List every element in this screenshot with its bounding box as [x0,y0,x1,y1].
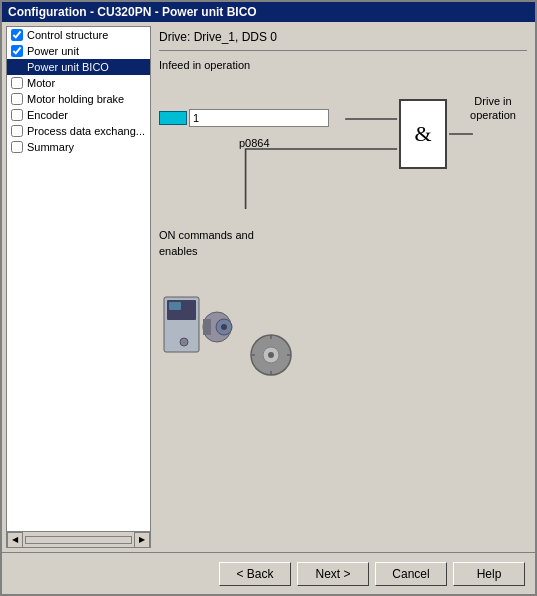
and-gate: & [399,99,447,169]
sidebar-label-process-data: Process data exchang... [27,125,145,137]
encoder-icon [243,317,298,377]
diagram-canvas: p0864 & Drive inoperation ON commands an… [159,79,527,279]
sidebar-item-motor-holding-brake[interactable]: Motor holding brake [7,91,150,107]
svg-rect-4 [169,302,181,310]
drive-unit-icon [159,287,239,377]
main-window: Configuration - CU320PN - Power unit BIC… [0,0,537,596]
input-row [159,109,329,127]
sidebar-label-power-unit-bico: Power unit BICO [27,61,109,73]
main-panel: Drive: Drive_1, DDS 0 Infeed in operatio… [151,22,535,552]
sidebar-checkbox-motor[interactable] [11,77,23,89]
content-area: Control structurePower unitPower unit BI… [2,22,535,552]
svg-point-5 [180,338,188,346]
sidebar-label-motor-holding-brake: Motor holding brake [27,93,124,105]
next-button[interactable]: Next > [297,562,369,586]
back-button[interactable]: < Back [219,562,291,586]
drive-op-text: Drive inoperation [470,95,516,121]
sidebar-checkbox-motor-holding-brake[interactable] [11,93,23,105]
window-title: Configuration - CU320PN - Power unit BIC… [8,5,257,19]
images-area [159,283,527,381]
title-bar: Configuration - CU320PN - Power unit BIC… [2,2,535,22]
sidebar-label-control-structure: Control structure [27,29,108,41]
svg-point-12 [268,352,274,358]
sidebar-item-motor[interactable]: Motor [7,75,150,91]
sidebar-checkbox-power-unit[interactable] [11,45,23,57]
sidebar-checkbox-control-structure[interactable] [11,29,23,41]
drive-header: Drive: Drive_1, DDS 0 [159,30,527,44]
sidebar: Control structurePower unitPower unit BI… [6,26,151,548]
sidebar-label-summary: Summary [27,141,74,153]
and-symbol: & [414,121,431,147]
scroll-left-btn[interactable]: ◀ [7,532,23,548]
sidebar-scrollbar: ◀ ▶ [7,531,150,547]
scrollbar-track [25,536,132,544]
sidebar-checkbox-process-data[interactable] [11,125,23,137]
bico-input[interactable] [189,109,329,127]
on-commands-text: ON commands andenables [159,229,254,256]
sidebar-label-motor: Motor [27,77,55,89]
drive-in-operation-label: Drive inoperation [463,94,523,123]
svg-rect-7 [203,319,211,335]
sidebar-checkbox-summary[interactable] [11,141,23,153]
p0864-label: p0864 [239,137,270,149]
sidebar-item-summary[interactable]: Summary [7,139,150,155]
infeed-label: Infeed in operation [159,59,527,71]
sidebar-item-process-data[interactable]: Process data exchang... [7,123,150,139]
teal-indicator [159,111,187,125]
on-commands-label: ON commands andenables [159,228,254,259]
header-divider [159,50,527,51]
diagram-area: Infeed in operation p0864 & Drive inope [159,59,527,544]
sidebar-item-control-structure[interactable]: Control structure [7,27,150,43]
sidebar-item-power-unit-bico[interactable]: Power unit BICO [7,59,150,75]
sidebar-list: Control structurePower unitPower unit BI… [7,27,150,531]
sidebar-item-power-unit[interactable]: Power unit [7,43,150,59]
sidebar-item-encoder[interactable]: Encoder [7,107,150,123]
cancel-button[interactable]: Cancel [375,562,447,586]
help-button[interactable]: Help [453,562,525,586]
svg-point-9 [221,324,227,330]
sidebar-label-encoder: Encoder [27,109,68,121]
sidebar-label-power-unit: Power unit [27,45,79,57]
sidebar-checkbox-encoder[interactable] [11,109,23,121]
bottom-bar: < Back Next > Cancel Help [2,552,535,594]
scroll-right-btn[interactable]: ▶ [134,532,150,548]
